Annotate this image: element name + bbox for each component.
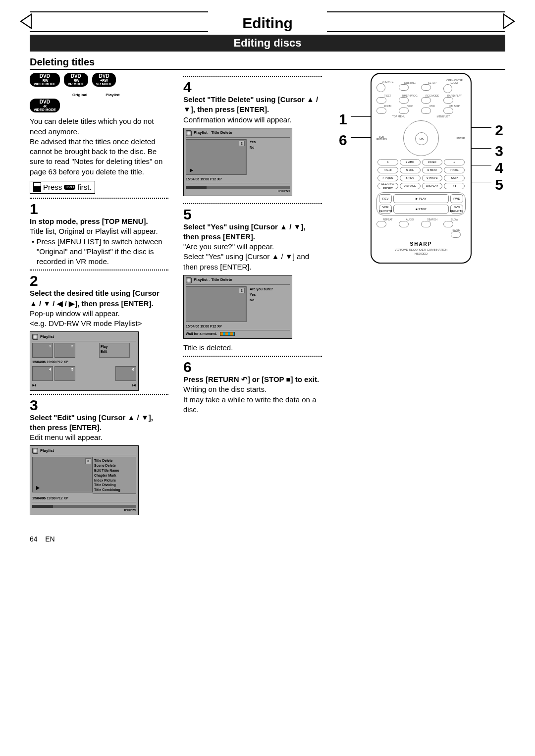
divider <box>183 356 322 357</box>
divider <box>30 198 168 199</box>
num-0[interactable]: 0 SPACE <box>400 183 421 189</box>
disc-badges: DVD-RWVIDEO MODE DVD-RWVR MODE DVD+RWVR … <box>30 73 168 112</box>
progress-bar <box>32 505 136 508</box>
vcr-rec-button[interactable]: VCR REC/OTR <box>379 205 392 214</box>
num-4[interactable]: 4 GHI <box>377 167 398 173</box>
search-button[interactable] <box>421 221 431 227</box>
badge-caption-playlist: Playlist <box>97 93 128 98</box>
clear-button[interactable]: CLEAR/C-RESET <box>377 183 398 189</box>
thumb-1: 1 <box>32 343 53 358</box>
osd-title-delete-confirm: Playlist - Title Delete 3 Yes No 15/04/0… <box>183 128 292 196</box>
operate-button[interactable] <box>376 83 385 92</box>
step-2-number: 2 <box>30 273 168 288</box>
dvd-rec-button[interactable]: DVD REC/OTR <box>450 205 463 214</box>
play-icon <box>190 168 193 172</box>
osd-edit-menu: Playlist 3 Title Delete Scene Delete Edi… <box>30 445 139 515</box>
number-pad: 1 2 ABC 3 DEF + 4 GHI 5 JKL 6 MNO PROG. … <box>377 159 465 189</box>
osd-info: 15/04/06 19:00 P12 XP <box>186 177 290 181</box>
step-1-bullet: • Press [MENU LIST] to switch between "O… <box>30 237 168 267</box>
remote-control: OPERATE DUBBING SETUP OPEN/CLOSE EJECT T… <box>371 73 472 264</box>
step-4-heading: Select "Title Delete" using [Cursor ▲ / … <box>183 95 322 115</box>
callout-5: 5 <box>495 175 503 195</box>
step-3-heading: Select "Edit" using [Cursor ▲ / ▼], then… <box>30 413 168 433</box>
plus-button[interactable]: + <box>444 159 465 165</box>
step-4-number: 4 <box>183 80 322 95</box>
num-1[interactable]: 1 <box>377 159 398 165</box>
dvd-chip-icon: DVD <box>64 185 75 190</box>
spinner-icon <box>220 332 235 336</box>
osd-preview: 3 <box>186 286 246 322</box>
column-1: DVD-RWVIDEO MODE DVD-RWVR MODE DVD+RWVR … <box>30 73 168 515</box>
vcr-button[interactable] <box>399 108 409 114</box>
step-1-heading: In stop mode, press [TOP MENU]. <box>30 216 168 226</box>
dpad[interactable]: OK <box>403 120 439 156</box>
badge-dvd-r-video: DVD-RVIDEO MODE <box>30 99 60 112</box>
step-5-number: 5 <box>183 207 322 222</box>
dubbing-button[interactable] <box>399 84 409 91</box>
audio-button[interactable] <box>399 221 409 227</box>
tset-button[interactable] <box>376 97 386 104</box>
thumb-5: 5 <box>54 366 75 381</box>
rapid-play-button[interactable] <box>443 97 453 104</box>
page-number: 64 <box>30 535 38 543</box>
num-5[interactable]: 5 JKL <box>400 167 421 173</box>
timer-prog-button[interactable] <box>399 97 409 104</box>
rec-mode-button[interactable] <box>421 97 431 104</box>
slow-button[interactable] <box>443 221 453 227</box>
skip-prev-button[interactable]: ⏮ <box>444 183 465 189</box>
step-5-heading: Select "Yes" using [Cursor ▲ / ▼], then … <box>183 222 322 242</box>
rev-button[interactable]: REV <box>379 194 392 203</box>
column-3: 1 6 2 3 4 5 OPERATE DUBBING SETUP OPEN/C… <box>337 73 505 515</box>
step-2-example: <e.g. DVD-RW VR mode Playlist> <box>30 319 168 328</box>
zoom-button[interactable] <box>376 108 386 114</box>
pause-button[interactable] <box>451 231 461 238</box>
step-3-body: Edit menu will appear. <box>30 432 168 442</box>
num-6[interactable]: 6 MNO <box>422 167 443 173</box>
brand-label: SHARP <box>376 241 466 248</box>
fwd-button[interactable]: FWD <box>450 194 463 203</box>
page-title: Editing <box>237 15 298 32</box>
next-page-icon: ⏭ <box>132 383 136 388</box>
top-menu-label: TOP MENU <box>392 115 405 118</box>
osd-time: 0:00:59 <box>32 508 136 512</box>
num-2[interactable]: 2 ABC <box>400 159 421 165</box>
press-first-post: first. <box>77 182 91 192</box>
badge-caption-original: Original <box>64 93 95 98</box>
callout-1: 1 <box>339 109 347 130</box>
press-dvd-first: Press DVD first. <box>30 181 95 194</box>
thumb-2: 2 <box>54 343 75 358</box>
skip-button[interactable]: SKIP <box>444 175 465 181</box>
prog-button[interactable]: PROG. <box>444 167 465 173</box>
setup-button[interactable] <box>421 84 431 91</box>
disc-icon <box>186 277 192 283</box>
display-button[interactable]: DISPLAY <box>422 183 443 189</box>
num-8[interactable]: 8 TUV <box>400 175 421 181</box>
play-button[interactable]: ▶ PLAY <box>393 194 449 203</box>
step-6-body: Writing on the disc starts. It may take … <box>183 384 322 415</box>
divider <box>30 270 168 270</box>
repeat-button[interactable] <box>376 221 386 227</box>
num-3[interactable]: 3 DEF <box>422 159 443 165</box>
remote-glyph-icon <box>33 182 41 192</box>
num-9[interactable]: 9 WXYZ <box>422 175 443 181</box>
return-label: SUB RETURN <box>376 136 386 141</box>
brand-sub-2: NB203ED <box>376 252 466 256</box>
step-5-body-1: "Are you sure?" will appear. <box>183 242 322 252</box>
enter-button[interactable]: OK <box>415 132 428 145</box>
divider <box>183 203 322 204</box>
osd-playlist-thumbs: Playlist 1 2 Play Edit 15/04/06 19:00 P1… <box>30 331 139 390</box>
callout-2: 2 <box>495 120 503 141</box>
num-7[interactable]: 7 PQRS <box>377 175 398 181</box>
play-icon <box>36 486 40 490</box>
confirm-options: Yes No <box>246 139 290 175</box>
callout-6: 6 <box>339 130 347 151</box>
cm-skip-button[interactable] <box>443 108 453 114</box>
intro-text-1: You can delete titles which you do not n… <box>30 116 168 137</box>
eject-button[interactable] <box>443 84 452 93</box>
press-first-pre: Press <box>43 182 62 192</box>
thumb-4: 4 <box>32 366 53 381</box>
stop-button[interactable]: ■ STOP <box>393 205 449 214</box>
dvd-button[interactable] <box>421 108 431 114</box>
osd-info-1: 15/04/06 19:00 P12 XP <box>32 360 136 364</box>
page-title-wrap: Editing <box>30 15 505 32</box>
